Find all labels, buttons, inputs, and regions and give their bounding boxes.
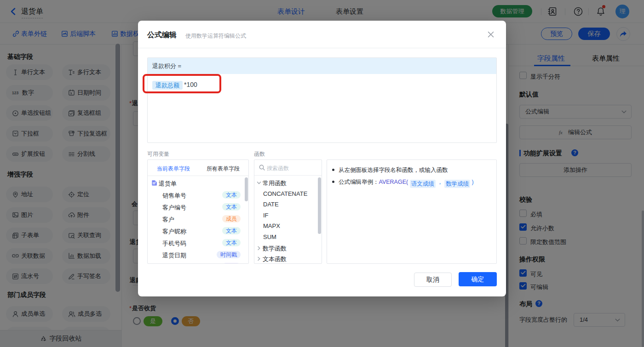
app: 退货单 表单设计 表单设置 数据管理 (0, 0, 644, 347)
variable-item-客户昵称[interactable]: 客户昵称文本 (148, 225, 248, 237)
modal-title: 公式编辑 (147, 30, 177, 40)
variables-label: 可用变量 (147, 150, 169, 158)
function-item-IF[interactable]: IF (254, 210, 322, 221)
function-name: MAPX (263, 222, 280, 229)
confirm-button[interactable]: 确定 (459, 272, 497, 286)
variables-list: 退货单销售单号文本客户编号文本客户成员客户昵称文本手机号码文本退货日期时间戳退款… (148, 177, 248, 263)
modal-subtitle: 使用数学运算符编辑公式 (185, 32, 246, 40)
variable-item-退货日期[interactable]: 退货日期时间戳 (148, 249, 248, 261)
annotation-highlight-box (143, 74, 221, 93)
cancel-button[interactable]: 取消 (414, 273, 452, 287)
variable-root-name: 退货单 (159, 180, 177, 188)
modal-header: 公式编辑 使用数学运算符编辑公式 (138, 21, 506, 48)
function-name: 文本函数 (263, 255, 287, 263)
function-name: SUM (263, 233, 276, 240)
functions-list: 常用函数CONCATENATEDATEIFMAPXSUM数学函数文本函数 (254, 177, 322, 264)
form-doc-icon (152, 180, 157, 186)
functions-label: 函数 (254, 150, 265, 158)
field-type-tag: 文本 (222, 227, 241, 234)
field-type-tag: 时间戳 (217, 251, 241, 258)
example-chip: 语文成绩 (410, 180, 436, 188)
variables-scrollbar[interactable] (245, 177, 248, 201)
function-category-文本函数[interactable]: 文本函数 (254, 253, 322, 264)
field-type-tag: 文本 (222, 191, 241, 199)
close-icon[interactable] (485, 29, 496, 40)
formula-editor[interactable]: 退款积分 = 退款总额 *100 (147, 57, 497, 143)
function-item-CONCATENATE[interactable]: CONCATENATE (254, 188, 322, 199)
variable-item-客户[interactable]: 客户成员 (148, 213, 248, 225)
variable-item-客户编号[interactable]: 客户编号文本 (148, 201, 248, 213)
function-item-MAPX[interactable]: MAPX (254, 221, 322, 232)
variable-item-销售单号[interactable]: 销售单号文本 (148, 189, 248, 201)
formula-help-panel: 从左侧面板选择字段名和函数，或输入函数 公式编辑举例：AVERAGE( 语文成绩… (327, 159, 497, 264)
variable-name: 销售单号 (162, 192, 186, 200)
functions-panel: 搜索函数 常用函数CONCATENATEDATEIFMAPXSUM数学函数文本函… (254, 159, 322, 264)
variable-name: 客户编号 (162, 204, 186, 212)
function-name: 数学函数 (263, 245, 287, 253)
field-type-tag: 成员 (222, 215, 241, 222)
variable-tree-root[interactable]: 退货单 (148, 177, 248, 189)
function-name: 常用函数 (263, 179, 287, 188)
variables-panel: 当前表单字段 所有表单字段 退货单销售单号文本客户编号文本客户成员客户昵称文本手… (147, 159, 249, 264)
bullet-dot (332, 181, 334, 183)
functions-scrollbar[interactable] (318, 177, 321, 234)
formula-edit-modal: 公式编辑 使用数学运算符编辑公式 退款积分 = 退款总额 *100 可用变量 函… (138, 21, 506, 296)
variable-item-手机号码[interactable]: 手机号码文本 (148, 237, 248, 249)
bullet-dot (332, 169, 334, 171)
variable-name: 客户 (162, 216, 174, 224)
function-category-常用函数[interactable]: 常用函数 (254, 177, 322, 188)
tip-line-2: 公式编辑举例：AVERAGE( 语文成绩 ， 数学成绩 ) (327, 178, 474, 188)
field-type-tag: 文本 (222, 203, 241, 210)
function-search-input[interactable]: 搜索函数 (254, 160, 322, 176)
variable-item-退款总额[interactable]: 退款总额数字 (148, 261, 248, 263)
tip-text: 从左侧面板选择字段名和函数，或输入函数 (339, 167, 448, 173)
search-placeholder: 搜索函数 (267, 165, 289, 172)
function-item-SUM[interactable]: SUM (254, 232, 322, 243)
field-type-tag: 数字 (222, 263, 241, 263)
variable-name: 客户昵称 (162, 228, 186, 236)
variables-tabs: 当前表单字段 所有表单字段 (148, 160, 248, 176)
function-name: IF (263, 212, 269, 219)
tab-all-form-fields[interactable]: 所有表单字段 (207, 165, 240, 173)
formula-target: 退款积分 = (148, 58, 496, 74)
function-item-DATE[interactable]: DATE (254, 199, 322, 210)
function-name: DATE (263, 201, 279, 208)
function-category-数学函数[interactable]: 数学函数 (254, 243, 322, 254)
variable-name: 手机号码 (162, 239, 186, 248)
tip-text: 公式编辑举例：AVERAGE( 语文成绩 ， 数学成绩 ) (339, 179, 474, 185)
tip-line-1: 从左侧面板选择字段名和函数，或输入函数 (327, 166, 448, 174)
tab-current-form-fields[interactable]: 当前表单字段 (157, 165, 190, 173)
function-name: CONCATENATE (263, 190, 307, 197)
example-chip: 数学成绩 (444, 180, 470, 188)
variable-name: 退货日期 (162, 251, 186, 260)
field-type-tag: 文本 (222, 239, 241, 246)
